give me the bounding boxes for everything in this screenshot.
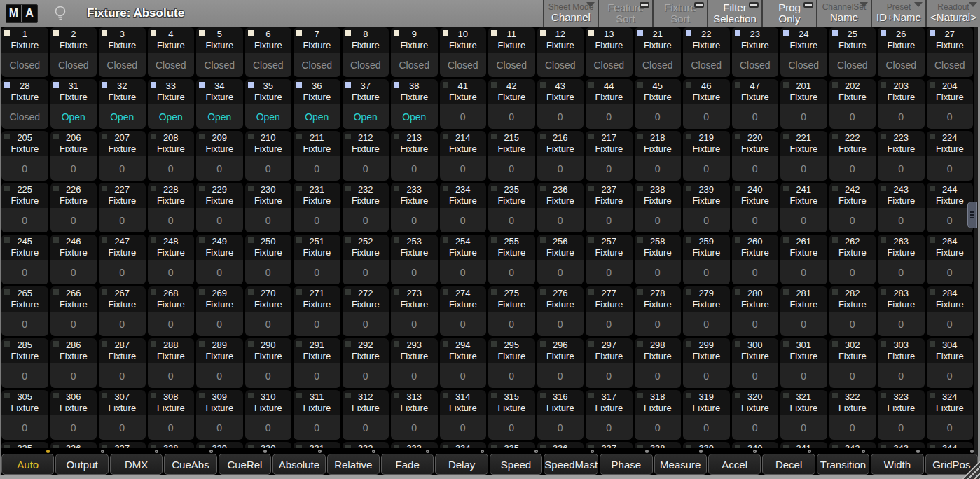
fixture-cell[interactable]: 12FixtureClosed (537, 27, 584, 77)
fixture-cell[interactable]: 236Fixture0 (537, 183, 584, 232)
fixture-cell[interactable]: 269Fixture0 (196, 286, 243, 336)
fixture-cell[interactable]: 235Fixture0 (488, 183, 535, 232)
fixture-cell[interactable]: 36FixtureOpen (294, 79, 340, 129)
fixture-cell[interactable]: 256Fixture0 (537, 235, 584, 284)
fixture-cell[interactable]: 260Fixture0 (732, 235, 779, 284)
fixture-cell[interactable]: 220Fixture0 (732, 131, 779, 181)
fixture-cell[interactable]: 317Fixture0 (586, 390, 633, 440)
fixture-cell[interactable]: 237Fixture0 (586, 183, 633, 232)
fixture-cell[interactable]: 231Fixture0 (294, 183, 340, 232)
fixture-cell[interactable]: 332Fixture (343, 442, 389, 448)
fixture-cell[interactable]: 243Fixture0 (878, 183, 925, 232)
fixture-cell[interactable]: 275Fixture0 (488, 286, 535, 336)
fixture-cell[interactable]: 4FixtureClosed (148, 27, 195, 77)
fixture-cell[interactable]: 298Fixture0 (635, 338, 682, 388)
tab-output[interactable]: Output (55, 454, 108, 475)
fixture-cell[interactable]: 264Fixture0 (927, 235, 974, 284)
fixture-cell[interactable]: 338Fixture (635, 442, 682, 448)
fixture-cell[interactable]: 252Fixture0 (343, 235, 389, 284)
fixture-cell[interactable]: 283Fixture0 (878, 286, 925, 336)
tab-absolute[interactable]: Absolute (272, 454, 325, 475)
fixture-cell[interactable]: 206Fixture0 (50, 131, 97, 181)
fixture-cell[interactable]: 312Fixture0 (343, 390, 389, 440)
fixture-cell[interactable]: 334Fixture (440, 442, 487, 448)
fixture-cell[interactable]: 251Fixture0 (294, 235, 340, 284)
fixture-cell[interactable]: 297Fixture0 (586, 338, 633, 388)
ma-logo[interactable]: M A (6, 4, 38, 23)
fixture-cell[interactable]: 254Fixture0 (440, 235, 487, 284)
fixture-cell[interactable]: 293Fixture0 (391, 338, 438, 388)
fixture-cell[interactable]: 296Fixture0 (537, 338, 584, 388)
fixture-cell[interactable]: 207Fixture0 (99, 131, 146, 181)
fixture-cell[interactable]: 266Fixture0 (50, 286, 97, 336)
fixture-cell[interactable]: 308Fixture0 (148, 390, 195, 440)
tab-transition[interactable]: Transition (817, 454, 869, 475)
fixture-cell[interactable]: 216Fixture0 (537, 131, 584, 181)
fixture-cell[interactable]: 263Fixture0 (878, 235, 925, 284)
fixture-cell[interactable]: 282Fixture0 (829, 286, 876, 336)
fixture-cell[interactable]: 261Fixture0 (780, 235, 827, 284)
fixture-cell[interactable]: 276Fixture0 (537, 286, 584, 336)
fixture-cell[interactable]: 273Fixture0 (391, 286, 438, 336)
fixture-sort-button[interactable]: FixtureSort (652, 0, 707, 27)
vertical-scrollbar[interactable] (974, 27, 980, 475)
fixture-cell[interactable]: 239Fixture0 (683, 183, 730, 232)
fixture-cell[interactable]: 9FixtureClosed (391, 27, 438, 77)
fixture-cell[interactable]: 205Fixture0 (1, 131, 48, 181)
fixture-cell[interactable]: 299Fixture0 (683, 338, 730, 388)
fixture-cell[interactable]: 41Fixture0 (440, 79, 487, 129)
fixture-cell[interactable]: 34FixtureOpen (196, 79, 243, 129)
fixture-cell[interactable]: 209Fixture0 (196, 131, 243, 181)
fixture-cell[interactable]: 304Fixture0 (927, 338, 974, 388)
fixture-cell[interactable]: 7FixtureClosed (294, 27, 340, 77)
fixture-cell[interactable]: 344Fixture (927, 442, 974, 448)
fixture-cell[interactable]: 10FixtureClosed (440, 27, 487, 77)
fixture-cell[interactable]: 262Fixture0 (829, 235, 876, 284)
fixture-cell[interactable]: 238Fixture0 (635, 183, 682, 232)
tab-fade[interactable]: Fade (381, 454, 434, 475)
fixture-cell[interactable]: 272Fixture0 (343, 286, 389, 336)
fixture-cell[interactable]: 244Fixture0 (927, 183, 974, 232)
fixture-cell[interactable]: 300Fixture0 (732, 338, 779, 388)
fixture-cell[interactable]: 255Fixture0 (488, 235, 535, 284)
fixture-cell[interactable]: 33FixtureOpen (148, 79, 195, 129)
fixture-cell[interactable]: 327Fixture (99, 442, 146, 448)
fixture-cell[interactable]: 320Fixture0 (732, 390, 779, 440)
fixture-cell[interactable]: 2FixtureClosed (50, 27, 97, 77)
fixture-cell[interactable]: 22FixtureClosed (683, 27, 730, 77)
fixture-cell[interactable]: 224Fixture0 (927, 131, 974, 181)
fixture-cell[interactable]: 247Fixture0 (99, 235, 146, 284)
fixture-cell[interactable]: 42Fixture0 (488, 79, 535, 129)
fixture-cell[interactable]: 279Fixture0 (683, 286, 730, 336)
tab-delay[interactable]: Delay (435, 454, 488, 475)
fixture-cell[interactable]: 289Fixture0 (196, 338, 243, 388)
fixture-cell[interactable]: 326Fixture (50, 442, 97, 448)
prog-only-button[interactable]: ProgOnly (761, 0, 816, 27)
sheet-mode-button[interactable]: Sheet ModeChannel (543, 0, 598, 27)
fixture-cell[interactable]: 6FixtureClosed (245, 27, 292, 77)
fixture-cell[interactable]: 240Fixture0 (732, 183, 779, 232)
fixture-cell[interactable]: 43Fixture0 (537, 79, 584, 129)
channelset-button[interactable]: ChannelSetName (816, 0, 871, 27)
fixture-cell[interactable]: 340Fixture (732, 442, 779, 448)
fixture-cell[interactable]: 284Fixture0 (927, 286, 974, 336)
tab-relative[interactable]: Relative (327, 454, 380, 475)
fixture-cell[interactable]: 217Fixture0 (586, 131, 633, 181)
fixture-cell[interactable]: 280Fixture0 (732, 286, 779, 336)
fixture-cell[interactable]: 302Fixture0 (829, 338, 876, 388)
fixture-cell[interactable]: 331Fixture (294, 442, 340, 448)
fixture-cell[interactable]: 223Fixture0 (878, 131, 925, 181)
fixture-cell[interactable]: 325Fixture (1, 442, 48, 448)
fixture-cell[interactable]: 323Fixture0 (878, 390, 925, 440)
fixture-cell[interactable]: 270Fixture0 (245, 286, 292, 336)
fixture-cell[interactable]: 267Fixture0 (99, 286, 146, 336)
fixture-cell[interactable]: 32FixtureOpen (99, 79, 146, 129)
fixture-cell[interactable]: 318Fixture0 (635, 390, 682, 440)
fixture-cell[interactable]: 225Fixture0 (1, 183, 48, 232)
fixture-cell[interactable]: 31FixtureOpen (50, 79, 97, 129)
feature-sort-button[interactable]: FeatureSort (598, 0, 652, 27)
fixture-cell[interactable]: 305Fixture0 (1, 390, 48, 440)
fixture-cell[interactable]: 274Fixture0 (440, 286, 487, 336)
tab-cueabs[interactable]: CueAbs (164, 454, 216, 475)
fixture-cell[interactable]: 259Fixture0 (683, 235, 730, 284)
